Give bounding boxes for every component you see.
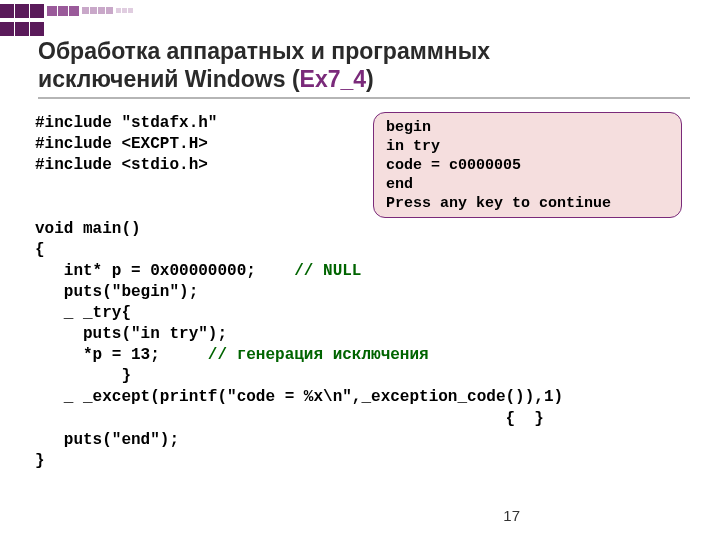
- page-number: 17: [503, 507, 520, 524]
- code-line: }: [35, 367, 131, 385]
- code-line: _ _except(printf("code = %x\n",_exceptio…: [35, 388, 563, 406]
- title-line1: Обработка аппаратных и программных: [38, 38, 490, 64]
- slide-title-block: Обработка аппаратных и программных исклю…: [38, 38, 690, 99]
- code-comment: // генерация исключения: [208, 346, 429, 364]
- code-line: }: [35, 452, 45, 470]
- title-line2a: исключений Windows (: [38, 66, 300, 92]
- code-line: void main(): [35, 220, 141, 238]
- code-line: int* p = 0x00000000;: [35, 262, 294, 280]
- program-output-text: begin in try code = c0000005 end Press a…: [386, 119, 611, 212]
- decorative-squares-row2: [0, 22, 44, 36]
- code-line: _ _try{: [35, 304, 131, 322]
- code-line: puts("begin");: [35, 283, 198, 301]
- code-line: #include <EXCPT.H>: [35, 135, 208, 153]
- code-line: {: [35, 241, 45, 259]
- code-line: #include <stdio.h>: [35, 156, 208, 174]
- program-output-box: begin in try code = c0000005 end Press a…: [373, 112, 682, 218]
- code-comment: // NULL: [294, 262, 361, 280]
- decorative-squares: [0, 4, 133, 18]
- code-line: *p = 13;: [35, 346, 208, 364]
- code-line: puts("end");: [35, 431, 179, 449]
- title-accent: Ex7_4: [300, 66, 367, 92]
- code-line: puts("in try");: [35, 325, 227, 343]
- code-line: #include "stdafx.h": [35, 114, 217, 132]
- title-line2b: ): [366, 66, 374, 92]
- slide-title: Обработка аппаратных и программных исклю…: [38, 38, 690, 93]
- code-line: { }: [35, 410, 544, 428]
